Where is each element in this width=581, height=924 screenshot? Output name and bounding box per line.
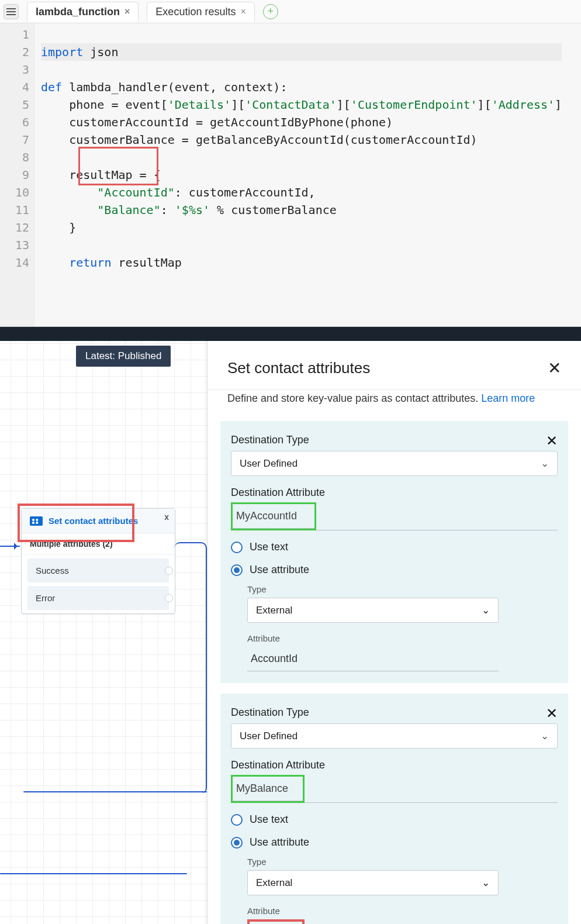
chevron-down-icon: ⌄ — [541, 730, 549, 742]
editor-tab-bar: lambda_function × Execution results × + — [0, 0, 581, 23]
radio-icon — [231, 564, 243, 576]
node-title: Set contact attributes — [49, 516, 138, 526]
toolbar-dark — [0, 327, 581, 341]
dest-attr-label: Destination Attribute — [231, 759, 558, 771]
radio-icon — [231, 814, 243, 826]
tab-lambda-function[interactable]: lambda_function × — [27, 2, 139, 22]
dest-type-select[interactable]: User Defined ⌄ — [231, 723, 558, 749]
attribute-label: Attribute — [247, 906, 558, 916]
line-gutter: 1234567891011121314 — [0, 23, 35, 326]
close-icon[interactable]: ✕ — [548, 358, 561, 378]
radio-use-text[interactable]: Use text — [231, 541, 558, 553]
node-header[interactable]: Set contact attributes x — [22, 509, 175, 533]
connector-dot[interactable] — [165, 567, 173, 575]
remove-block-icon[interactable]: ✕ — [546, 705, 558, 722]
attribute-value-input[interactable]: AccountId — [247, 647, 499, 671]
close-icon[interactable]: × — [240, 6, 245, 17]
panel-description: Define and store key-value pairs as cont… — [208, 390, 581, 411]
chevron-down-icon: ⌄ — [482, 877, 490, 889]
side-panel-set-contact-attributes: Set contact attributes ✕ Define and stor… — [207, 341, 581, 924]
code-editor[interactable]: 1234567891011121314 import json def lamb… — [0, 23, 581, 327]
radio-icon — [231, 837, 243, 849]
type-select[interactable]: External ⌄ — [247, 870, 499, 895]
code-body[interactable]: import json def lambda_handler(event, co… — [35, 23, 562, 326]
status-badge: Latest: Published — [76, 346, 171, 367]
type-label: Type — [247, 584, 558, 594]
dest-attr-input[interactable] — [233, 504, 314, 529]
type-label: Type — [247, 857, 558, 867]
menu-icon[interactable] — [4, 4, 19, 19]
remove-block-icon[interactable]: ✕ — [546, 433, 558, 449]
chevron-down-icon: ⌄ — [482, 604, 490, 616]
connector-line — [0, 873, 187, 874]
node-subtitle: Multiple attributes (2) — [22, 533, 175, 555]
close-icon[interactable]: × — [124, 6, 130, 17]
tab-label: lambda_function — [36, 6, 120, 18]
dest-type-label: Destination Type — [231, 434, 309, 446]
tab-execution-results[interactable]: Execution results × — [147, 2, 254, 22]
dest-type-select[interactable]: User Defined ⌄ — [231, 451, 558, 476]
panel-title: Set contact attributes — [227, 359, 370, 377]
learn-more-link[interactable]: Learn more — [481, 392, 535, 404]
connector-dot[interactable] — [165, 594, 173, 602]
flow-node-set-contact-attributes[interactable]: Set contact attributes x Multiple attrib… — [21, 508, 175, 614]
attribute-block-1: Destination Type ✕ User Defined ⌄ Destin… — [220, 421, 568, 683]
close-icon[interactable]: x — [164, 512, 169, 522]
connector-in — [0, 546, 20, 547]
type-select[interactable]: External ⌄ — [247, 598, 499, 623]
connector-line — [23, 791, 207, 792]
node-outcome-success[interactable]: Success — [27, 558, 169, 582]
contact-card-icon — [30, 516, 43, 526]
attribute-label: Attribute — [247, 633, 558, 643]
tab-label: Execution results — [155, 6, 236, 18]
dest-attr-label: Destination Attribute — [231, 487, 558, 499]
radio-icon — [231, 542, 243, 553]
node-outcome-error[interactable]: Error — [27, 586, 169, 610]
attribute-value-input[interactable]: Balance — [250, 922, 302, 924]
radio-use-attribute[interactable]: Use attribute — [231, 564, 558, 576]
chevron-down-icon: ⌄ — [541, 457, 549, 470]
attribute-block-2: Destination Type ✕ User Defined ⌄ Destin… — [220, 694, 568, 924]
add-tab-button[interactable]: + — [263, 4, 278, 19]
radio-use-text[interactable]: Use text — [231, 813, 558, 826]
connector-line — [174, 542, 207, 794]
dest-type-label: Destination Type — [231, 706, 309, 719]
radio-use-attribute[interactable]: Use attribute — [231, 836, 558, 849]
dest-attr-input[interactable] — [233, 777, 303, 801]
